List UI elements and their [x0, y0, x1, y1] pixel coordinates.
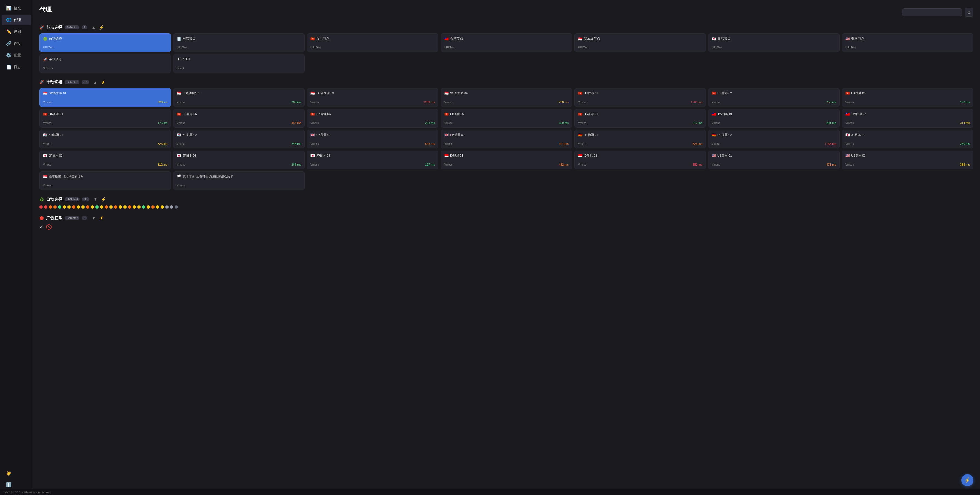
expand-auto-button[interactable]: ▼ [92, 197, 99, 202]
manual-switch-card-9[interactable]: 🇭🇰 HK香港 06 Vmess 233 ms [307, 109, 439, 128]
section-node-selector-count: 9 [82, 25, 87, 29]
manual-switch-card-25[interactable]: 🇮🇩 ID印尼 02 Vmess 882 ms [574, 151, 706, 169]
sidebar-item-connections[interactable]: 🔗 连接 [2, 38, 31, 49]
page-title: 代理 [40, 5, 51, 14]
card-latency: 1769 ms [691, 100, 702, 104]
manual-switch-card-2[interactable]: 🇸🇬 SG新加坡 03 Vmess 1239 ms [307, 88, 439, 107]
section-auto-select-actions: ▼ ⚡ [92, 197, 107, 202]
card-name: DE德国 01 [584, 133, 598, 137]
node-selector-card-6[interactable]: 🇺🇸 美国节点 URLTest [842, 33, 974, 52]
flash-button[interactable]: ⚡ [98, 25, 105, 30]
manual-switch-card-16[interactable]: 🇬🇧 GB英国 01 Vmess 545 ms [307, 130, 439, 148]
manual-switch-card-26[interactable]: 🇺🇸 US美国 01 Vmess 471 ms [708, 151, 840, 169]
flash-auto-button[interactable]: ⚡ [100, 197, 107, 202]
manual-switch-card-4[interactable]: 🇭🇰 HK香港 01 Vmess 1769 ms [574, 88, 706, 107]
node-selector-card-4[interactable]: 🇸🇬 新加坡节点 URLTest [574, 33, 706, 52]
card-name: 温馨提醒: 请定期更新订阅 [49, 175, 84, 179]
manual-switch-card-7[interactable]: 🇭🇰 HK香港 04 Vmess 176 ms [40, 109, 171, 128]
flash-ad-button[interactable]: ⚡ [98, 215, 105, 221]
card-name: JP日本 01 [851, 133, 865, 137]
manual-switch-card-15[interactable]: 🇰🇷 KR韩国 02 Vmess 245 ms [173, 130, 305, 148]
card-name: HK香港 08 [584, 112, 598, 116]
manual-switch-card-8[interactable]: 🇭🇰 HK香港 05 Vmess 454 ms [173, 109, 305, 128]
ad-block-block[interactable]: 🚫 [46, 224, 52, 230]
manual-switch-card-23[interactable]: 🇯🇵 JP日本 04 Vmess 117 ms [307, 151, 439, 169]
manual-switch-card-18[interactable]: 🇩🇪 DE德国 01 Vmess 526 ms [574, 130, 706, 148]
sidebar-item-rules[interactable]: ✏️ 规则 [2, 26, 31, 37]
manual-switch-card-1[interactable]: 🇸🇬 SG新加坡 02 Vmess 209 ms [173, 88, 305, 107]
card-latency: 150 ms [559, 121, 569, 125]
manual-switch-card-24[interactable]: 🇮🇩 ID印尼 01 Vmess 432 ms [441, 151, 572, 169]
manual-switch-card-11[interactable]: 🇭🇰 HK香港 08 Vmess 217 ms [574, 109, 706, 128]
card-latency: 471 ms [826, 163, 836, 166]
card-type: Vmess [444, 101, 453, 104]
card-type: Vmess [177, 122, 185, 125]
manual-switch-card-27[interactable]: 🇺🇸 US美国 02 Vmess 386 ms [842, 151, 974, 169]
manual-switch-card-20[interactable]: 🇯🇵 JP日本 01 Vmess 260 ms [842, 130, 974, 148]
node-selector-card-7[interactable]: 🚀 手动切换 Selector [40, 54, 171, 73]
manual-switch-card-13[interactable]: 🇹🇼 TW台湾 02 Vmess 314 ms [842, 109, 974, 128]
manual-switch-card-22[interactable]: 🇯🇵 JP日本 03 Vmess 266 ms [173, 151, 305, 169]
node-selector-card-1[interactable]: 🗒️ 省流节点 URLTest [173, 33, 305, 52]
card-latency: 266 ms [291, 163, 301, 166]
card-name: GB英国 02 [450, 133, 465, 137]
manual-switch-card-3[interactable]: 🇸🇬 SG新加坡 04 Vmess 298 ms [441, 88, 572, 107]
manual-switch-card-19[interactable]: 🇩🇪 DE德国 02 Vmess 1163 ms [708, 130, 840, 148]
sidebar-item-brightness[interactable]: ☀️ [2, 468, 31, 479]
auto-select-dot-20 [133, 205, 136, 209]
sidebar-item-info[interactable]: ℹ️ [2, 479, 31, 490]
search-input[interactable] [902, 8, 963, 16]
manual-switch-card-6[interactable]: 🇭🇰 HK香港 03 Vmess 173 ms [842, 88, 974, 107]
collapse-manual-button[interactable]: ▲ [92, 79, 99, 85]
card-name: 日韩节点 [718, 36, 730, 41]
section-manual-switch-actions: ▲ ⚡ [92, 79, 107, 85]
card-name: TW台湾 01 [718, 112, 732, 116]
card-flag: 🇺🇸 [845, 154, 850, 158]
card-latency: 882 ms [692, 163, 702, 166]
card-name: HK香港 05 [183, 112, 197, 116]
ad-block-check[interactable]: ✓ [40, 224, 44, 230]
card-type: URLTest [444, 46, 455, 49]
sidebar-item-logs[interactable]: 📄 日志 [2, 62, 31, 72]
card-type: Vmess [578, 101, 587, 104]
manual-switch-card-14[interactable]: 🇰🇷 KR韩国 01 Vmess 323 ms [40, 130, 171, 148]
card-flag: 🗒️ [177, 36, 181, 41]
manual-switch-card-21[interactable]: 🇯🇵 JP日本 02 Vmess 312 ms [40, 151, 171, 169]
card-name: GB英国 01 [316, 133, 331, 137]
card-flag: 🇩🇪 [712, 133, 716, 137]
auto-select-dot-17 [119, 205, 122, 209]
auto-select-dot-21 [137, 205, 141, 209]
card-flag: 🇭🇰 [578, 91, 582, 95]
fab-button[interactable]: ⚡ [961, 474, 974, 486]
node-selector-card-5[interactable]: 🇯🇵 日韩节点 URLTest [708, 33, 840, 52]
manual-switch-card-0[interactable]: 🇸🇬 SG新加坡 01 Vmess 328 ms [40, 88, 171, 107]
sidebar-item-proxy[interactable]: 🌐 代理 [2, 14, 31, 25]
card-flag: 🇭🇰 [177, 112, 181, 116]
sidebar-item-label: 配置 [14, 53, 21, 58]
manual-switch-card-5[interactable]: 🇭🇰 HK香港 02 Vmess 253 ms [708, 88, 840, 107]
card-latency: 491 ms [559, 142, 569, 145]
card-name: HK香港 07 [450, 112, 465, 116]
node-selector-card-0[interactable]: 🟢 自动选择 URLTest [40, 33, 171, 52]
section-manual-switch-count: 30 [82, 80, 89, 84]
filter-button[interactable]: ⧉ [965, 8, 974, 17]
manual-switch-card-10[interactable]: 🇭🇰 HK香港 07 Vmess 150 ms [441, 109, 572, 128]
manual-switch-card-12[interactable]: 🇹🇼 TW台湾 01 Vmess 201 ms [708, 109, 840, 128]
manual-switch-card-28[interactable]: 🇸🇬 温馨提醒: 请定期更新订阅 Vmess [40, 171, 171, 190]
card-flag: 🟢 [43, 36, 48, 41]
auto-select-dot-26 [161, 205, 164, 209]
node-selector-card-3[interactable]: 🇹🇼 台湾节点 URLTest [441, 33, 572, 52]
collapse-button[interactable]: ▲ [91, 25, 97, 30]
card-latency: 173 ms [960, 100, 970, 104]
manual-switch-card-29[interactable]: 🏳️ 故障排除: 套餐时长/流量配额是否用尽 Vmess [173, 171, 305, 190]
card-flag: 🚀 [43, 57, 48, 62]
manual-switch-card-17[interactable]: 🇬🇧 GB英国 02 Vmess 491 ms [441, 130, 572, 148]
sidebar-item-settings[interactable]: ⚙️ 配置 [2, 50, 31, 60]
card-type: Vmess [43, 122, 51, 125]
flash-manual-button[interactable]: ⚡ [100, 79, 107, 85]
sidebar-item-overview[interactable]: 📊 概览 [2, 3, 31, 13]
node-selector-card-2[interactable]: 🇭🇰 香港节点 URLTest [307, 33, 439, 52]
expand-ad-button[interactable]: ▼ [91, 215, 97, 221]
node-selector-card-8[interactable]: DIRECT Direct [173, 54, 305, 73]
card-latency: 233 ms [425, 121, 435, 125]
